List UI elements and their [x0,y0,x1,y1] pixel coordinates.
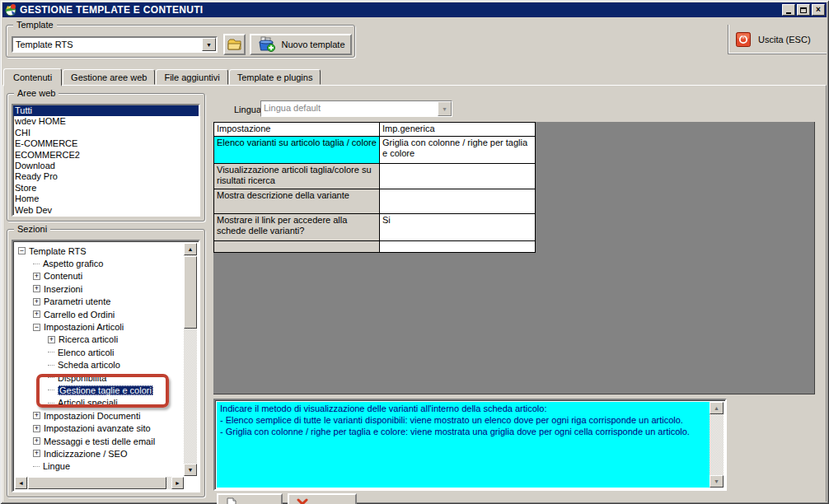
tree-item[interactable]: Lingue [15,460,184,473]
tree-item[interactable]: + Messaggi e testi delle email [15,435,184,447]
scroll-down-button[interactable]: ▼ [710,475,724,488]
tree-item-label: Disponibilità [58,373,106,383]
tree-item[interactable]: + Parametri utente [15,296,184,308]
scroll-down-button[interactable]: ▼ [184,464,197,476]
tree-item[interactable]: + Ricerca articoli [15,334,184,346]
list-item[interactable]: wdev HOME [13,116,199,127]
collapse-icon[interactable]: − [33,324,40,331]
template-select-dropdown-button[interactable]: ▼ [202,38,216,51]
list-item[interactable]: Home [13,194,199,204]
settings-table-row[interactable]: Mostrare il link per accedere alla sched… [214,214,535,241]
tree-item[interactable]: + Indicizzazione / SEO [15,447,184,460]
list-item[interactable]: Ready Pro [13,171,199,182]
tree-item-label: Impostazioni Documenti [44,411,140,421]
tree-item[interactable]: + Contenuti [15,270,184,282]
bottom-right-partial-button[interactable] [288,493,357,504]
tree-item[interactable]: Disponibilità [15,371,184,384]
settings-table-row[interactable]: Mostra descrizione della variante [214,189,535,214]
settings-table-row[interactable]: Visualizzazione articoli taglia/colore s… [214,164,535,189]
tree-item-label: Carrello ed Ordini [44,310,115,320]
setting-name-cell[interactable]: Mostrare il link per accedere alla sched… [214,214,380,241]
settings-table-row[interactable] [214,241,535,252]
expand-icon[interactable]: + [33,310,40,318]
expand-icon[interactable]: + [33,298,40,306]
bottom-left-partial-button[interactable] [217,493,283,504]
info-line: - Griglia con colonne / righe per taglia… [220,426,706,437]
tree-item[interactable]: Aspetto grafico [15,257,184,269]
setting-value-cell[interactable] [380,241,535,252]
new-template-button[interactable]: Nuovo template [250,34,352,55]
list-item[interactable]: Download [13,161,199,171]
tree-leaf-connector [48,390,54,390]
info-line: - Elenco semplice di tutte le varianti d… [220,414,706,426]
aree-web-listbox[interactable]: Tuttiwdev HOMECHIE-COMMERCEECOMMERCE2Dow… [12,104,200,217]
exit-button[interactable]: Uscita (ESC) [732,27,824,51]
info-vertical-scrollbar[interactable]: ▲ ▼ [710,402,724,488]
scroll-left-button[interactable]: ◄ [15,477,27,489]
tree-item[interactable]: − Impostazioni Articoli [15,320,184,333]
tree-item-label: Parametri utente [44,296,110,306]
setting-value-cell[interactable]: Si [380,214,535,241]
tree-item-label: Indicizzazione / SEO [44,449,128,459]
list-item[interactable]: E-COMMERCE [13,138,199,149]
list-item[interactable]: CHI [13,128,199,138]
expand-icon[interactable]: + [33,273,40,280]
scroll-right-button[interactable]: ► [171,477,184,489]
tree-item[interactable]: + Inserzioni [15,282,184,295]
tree-leaf-connector [48,377,54,378]
open-template-folder-button[interactable] [223,34,246,55]
list-item[interactable]: ECOMMERCE2 [13,150,199,161]
minimize-button[interactable] [782,4,795,16]
tree-item[interactable]: + Impostazioni avanzate sito [15,422,184,434]
scroll-up-button[interactable]: ▲ [710,402,724,414]
titlebar: GESTIONE TEMPLATE E CONTENUTI × [2,2,827,17]
setting-value-cell[interactable] [380,189,535,214]
tree-item[interactable]: − Template RTS [15,245,184,257]
settings-table-row[interactable]: Elenco varianti su articolo taglia / col… [214,137,535,164]
tab-contenuti[interactable]: Contenuti [3,68,62,86]
expand-icon[interactable]: + [33,450,40,457]
tree-vertical-scrollbar[interactable]: ▲ ▼ [184,243,197,476]
arrow-down-icon: ▼ [188,467,194,473]
scroll-track[interactable] [710,414,724,475]
tree-item[interactable]: + Impostazioni Documenti [15,409,184,422]
tab-gestione-aree-web[interactable]: Gestione aree web [63,69,155,85]
scroll-thumb[interactable] [184,256,197,329]
collapse-icon[interactable]: − [18,247,26,254]
tree-item[interactable]: + Carrello ed Ordini [15,308,184,320]
template-groupbox: Template Template RTS ▼ [6,25,355,58]
setting-name-cell[interactable]: Elenco varianti su articolo taglia / col… [214,137,380,164]
list-item[interactable]: Tutti [13,105,199,116]
arrow-left-icon: ◄ [18,480,24,486]
template-select[interactable]: Template RTS ▼ [12,36,218,53]
exit-panel: Uscita (ESC) [728,25,827,54]
document-icon [225,497,238,504]
tree-item[interactable]: Articoli speciali [15,397,184,409]
new-template-button-label: Nuovo template [281,40,344,49]
tab-file-aggiuntivi[interactable]: File aggiuntivi [156,69,227,85]
setting-name-cell[interactable]: Mostra descrizione della variante [214,189,380,214]
list-item[interactable]: Store [13,183,199,194]
setting-value-cell[interactable] [380,164,535,189]
setting-name-cell[interactable] [214,241,380,252]
tree-horizontal-scrollbar[interactable]: ◄ ► [15,477,184,489]
expand-icon[interactable]: + [48,336,55,343]
settings-table-header-row: Impostazione Imp.generica [214,123,535,137]
tree-item[interactable]: Pannello amministrativo [15,473,184,476]
close-button[interactable]: × [812,4,825,16]
scroll-thumb[interactable] [28,477,166,489]
expand-icon[interactable]: + [33,285,40,292]
list-item[interactable]: Web Dev [13,205,199,216]
setting-value-cell[interactable]: Griglia con colonne / righe per taglia e… [380,137,535,164]
expand-icon[interactable]: + [33,437,40,445]
tree-item[interactable]: Gestione taglie e colori [15,384,184,396]
tree-item[interactable]: Scheda articolo [15,359,184,371]
tree-item[interactable]: Elenco articoli [15,346,184,358]
maximize-button[interactable] [797,4,810,16]
column-header-imp-generica: Imp.generica [380,123,535,137]
scroll-up-button[interactable]: ▲ [184,243,197,255]
expand-icon[interactable]: + [33,412,40,419]
setting-name-cell[interactable]: Visualizzazione articoli taglia/colore s… [214,164,380,189]
expand-icon[interactable]: + [33,425,40,432]
tab-template-e-plugins[interactable]: Template e plugins [229,69,321,85]
